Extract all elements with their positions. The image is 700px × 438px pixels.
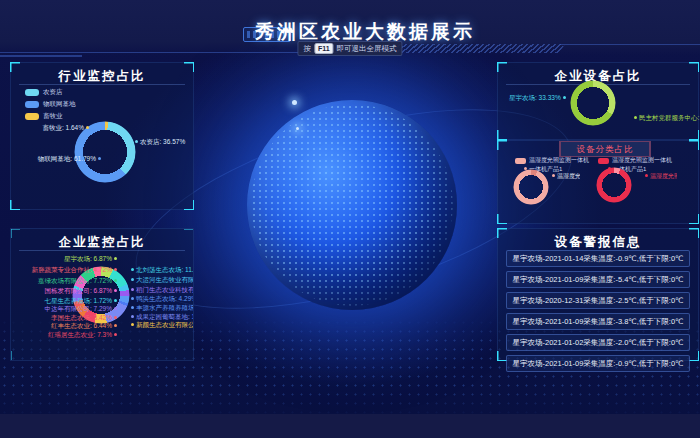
legend-label: 温湿度光照监测一体机	[529, 156, 589, 165]
classification-donut-right[interactable]	[596, 167, 632, 203]
slice-label-text: 畜牧业: 1.64%	[42, 124, 84, 131]
legend-swatch	[25, 113, 39, 120]
fullscreen-hint: 按 F11 即可退出全屏模式	[297, 41, 402, 56]
enterprise-slice-label: 红瑶居生态农业: 7.3%	[48, 331, 119, 340]
slice-dot	[114, 257, 117, 260]
enterprise-slice-label: 中达年有限公司: 7.29%	[44, 305, 119, 314]
slice-label-text: 新颜生态农业有限公司: 6.87%	[136, 321, 194, 328]
legend-swatch	[25, 89, 39, 96]
slice-dot	[114, 324, 117, 327]
slice-dot	[131, 268, 134, 271]
slice-dot	[552, 174, 555, 177]
slice-label-text: 民主村党群服务中心:	[639, 114, 699, 121]
slice-label-text: 物联网基地: 61.79%	[38, 155, 96, 162]
legend-label: 温湿度光照监测一体机	[612, 156, 672, 165]
enterprise-slice-label: 嘉绿农场有限公司: 7.72%	[38, 277, 119, 286]
slice-label-text: 温湿度光照监测一体机	[650, 173, 677, 179]
slice-dot	[114, 333, 117, 336]
slice-label-text: 丰源水产养殖养殖场: 1.	[136, 304, 194, 311]
slice-label-text: 李国生态农场: 3.42%	[51, 314, 112, 321]
chart-label: 星宇农场: 33.33%	[509, 94, 568, 103]
divider	[19, 250, 185, 251]
enterprise-slice-label: 鸭浜生态农场: 4.29%	[129, 295, 194, 304]
enterprise-slice-label: 红丰生态农业: 6.44%	[51, 322, 119, 331]
chart-label: 温湿度光照监测一体机	[550, 172, 580, 181]
chart-label: 物联网基地: 61.79%	[38, 155, 103, 164]
slice-dot	[131, 306, 134, 309]
equipment-donut-chart[interactable]	[570, 80, 616, 126]
f11-key: F11	[314, 43, 334, 54]
enterprise-slice-label: 星宇农场: 6.87%	[64, 255, 119, 264]
globe	[247, 100, 457, 310]
slice-dot	[114, 299, 117, 302]
glow-dot	[296, 127, 299, 130]
slice-label-text: 中达年有限公司: 7.29%	[44, 305, 112, 312]
panel-title: 企业监控占比	[11, 234, 193, 251]
legend-label: 畜牧业	[43, 112, 63, 121]
slice-dot	[563, 96, 566, 99]
slice-label-text: 新塍蔬菜专业合作社: 4.72%	[31, 266, 112, 273]
slice-dot	[114, 289, 117, 292]
legend-item[interactable]: 农资店	[25, 88, 63, 97]
legend-label: 农资店	[43, 88, 63, 97]
legend-label: 物联网基地	[43, 100, 76, 109]
alarm-row: 星宇农场-2021-01-09采集温度:-0.9℃,低于下限:0℃	[506, 355, 690, 372]
globe-dot-map	[251, 104, 453, 306]
hint-suffix: 即可退出全屏模式	[337, 44, 397, 54]
slice-dot	[114, 316, 117, 319]
panel-title: 设备警报信息	[498, 234, 698, 251]
slice-dot	[114, 268, 117, 271]
enterprise-slice-label: 新颜生态农业有限公司: 6.87%	[129, 321, 194, 330]
enterprise-slice-label: 新塍蔬菜专业合作社: 4.72%	[31, 266, 119, 275]
alarm-row: 星宇农场-2021-01-09采集温度:-3.8℃,低于下限:0℃	[506, 313, 690, 330]
panel-enterprise-ratio: 企业监控占比 星宇农场: 6.87%新塍蔬菜专业合作社: 4.72%嘉绿农场有限…	[10, 228, 194, 361]
slice-label-text: 大运河生态牧业有限责任公	[136, 276, 194, 283]
slice-label-text: 星宇农场: 6.87%	[64, 255, 112, 262]
slice-label-text: 稻门生态农业科技有限公	[136, 286, 194, 293]
legend-item[interactable]: 畜牧业	[25, 112, 63, 121]
chart-label: 温湿度光照监测一体机	[643, 172, 677, 181]
legend-swatch[interactable]	[515, 158, 526, 164]
slice-dot	[131, 323, 134, 326]
slice-dot	[114, 279, 117, 282]
panel-equipment-ratio: 企业设备占比 星宇农场: 33.33% 民主村党群服务中心:	[497, 62, 699, 140]
slice-label-text: 成果定园葡萄基地: 15.02%	[136, 313, 194, 320]
slice-dot	[645, 174, 648, 177]
slice-label-text: 鸭浜生态农场: 4.29%	[136, 295, 194, 302]
dashboard: 秀洲区农业大数据展示 按 F11 即可退出全屏模式 行业监控占比 农资店 物联网…	[0, 0, 700, 438]
slice-label-text: 红瑶居生态农业: 7.3%	[48, 331, 112, 338]
slice-dot	[131, 297, 134, 300]
enterprise-slice-label: 北刘荡生态农场: 11.56%	[129, 266, 194, 275]
chart-label: 农资店: 36.57%	[133, 138, 185, 147]
alarm-row: 星宇农场-2021-01-14采集温度:-0.9℃,低于下限:0℃	[506, 250, 690, 267]
slice-label-text: 温湿度光照监测一体机	[557, 173, 580, 179]
legend-swatch	[25, 101, 39, 108]
classification-donut-left[interactable]	[513, 169, 549, 205]
panel-device-classification: 设备分类占比 温湿度光照监测一体机 一体机产品1 温湿度光照监测一体机 温湿度光…	[497, 140, 699, 224]
slice-label-text: 农资店: 36.57%	[140, 138, 185, 145]
header-line-left	[0, 52, 338, 53]
alarm-list: 星宇农场-2021-01-14采集温度:-0.9℃,低于下限:0℃星宇农场-20…	[506, 250, 690, 372]
alarm-row: 星宇农场-2021-01-09采集温度:-5.4℃,低于下限:0℃	[506, 271, 690, 288]
header-bar-left	[0, 55, 82, 57]
alarm-row: 星宇农场-2020-12-31采集温度:-2.5℃,低于下限:0℃	[506, 292, 690, 309]
slice-dot	[135, 140, 138, 143]
chart-label: 畜牧业: 1.64%	[42, 124, 91, 133]
slice-dot	[131, 315, 134, 318]
glow-dot	[292, 100, 297, 105]
slice-dot	[114, 307, 117, 310]
enterprise-slice-label: 稻门生态农业科技有限公	[129, 286, 194, 295]
alarm-row: 星宇农场-2021-01-02采集温度:-2.0℃,低于下限:0℃	[506, 334, 690, 351]
slice-label-text: 星宇农场: 33.33%	[509, 94, 561, 101]
legend-swatch[interactable]	[598, 158, 609, 164]
slice-dot	[131, 278, 134, 281]
section-title: 设备分类占比	[559, 141, 651, 157]
legend-item[interactable]: 物联网基地	[25, 100, 76, 109]
header: 秀洲区农业大数据展示 按 F11 即可退出全屏模式	[0, 0, 700, 55]
slice-dot	[131, 288, 134, 291]
slice-label-text: 嘉绿农场有限公司: 7.72%	[38, 277, 112, 284]
slice-label-text: 国栋发有限公司: 6.87%	[44, 287, 112, 294]
slice-label-text: 红丰生态农业: 6.44%	[51, 322, 112, 329]
slice-label-text: 七星生态养殖场: 1.72%	[44, 297, 112, 304]
divider	[19, 84, 185, 85]
